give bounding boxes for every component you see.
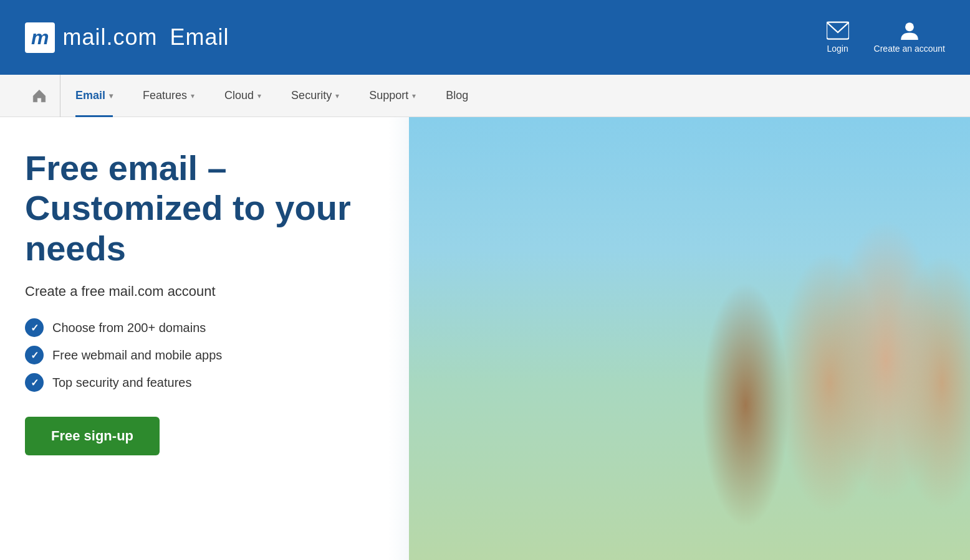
hero-title: Free email –Customized to yourneeds: [25, 148, 430, 268]
svg-point-1: [905, 22, 914, 31]
support-chevron-icon: ▾: [412, 92, 416, 100]
user-icon: [898, 21, 921, 40]
hero-content: Free email –Customized to yourneeds Crea…: [25, 148, 430, 455]
check-icon-2: [25, 346, 44, 364]
nav-item-blog[interactable]: Blog: [431, 75, 483, 117]
envelope-icon: [827, 21, 849, 40]
login-button[interactable]: Login: [827, 21, 849, 54]
nav-item-support[interactable]: Support ▾: [354, 75, 431, 117]
home-icon: [31, 88, 47, 104]
hero-section: Free email –Customized to yourneeds Crea…: [0, 117, 970, 560]
feature-3-text: Top security and features: [52, 376, 191, 390]
email-chevron-icon: ▾: [109, 92, 113, 100]
feature-list: Choose from 200+ domains Free webmail an…: [25, 318, 430, 392]
security-chevron-icon: ▾: [335, 92, 339, 100]
cloud-chevron-icon: ▾: [257, 92, 261, 100]
nav-features-label: Features: [143, 89, 187, 102]
site-header: m mail.com Email Login Create an account: [0, 0, 970, 75]
nav-security-label: Security: [291, 89, 332, 102]
list-item: Choose from 200+ domains: [25, 318, 430, 337]
list-item: Free webmail and mobile apps: [25, 346, 430, 364]
create-account-label: Create an account: [874, 44, 945, 54]
nav-item-email[interactable]: Email ▾: [60, 75, 128, 117]
hero-people-image: [409, 117, 970, 560]
nav-blog-label: Blog: [446, 89, 468, 102]
features-chevron-icon: ▾: [191, 92, 194, 100]
main-nav: Email ▾ Features ▾ Cloud ▾ Security ▾ Su…: [0, 75, 970, 117]
nav-item-cloud[interactable]: Cloud ▾: [209, 75, 276, 117]
logo-icon: m: [25, 22, 55, 53]
create-account-button[interactable]: Create an account: [874, 21, 945, 54]
nav-item-security[interactable]: Security ▾: [276, 75, 354, 117]
nav-item-features[interactable]: Features ▾: [128, 75, 209, 117]
logo-product: Email: [170, 24, 229, 50]
logo-text: mail.com: [62, 24, 157, 50]
list-item: Top security and features: [25, 373, 430, 392]
hero-subtitle: Create a free mail.com account: [25, 283, 430, 300]
check-icon-1: [25, 318, 44, 337]
header-actions: Login Create an account: [827, 21, 945, 54]
nav-email-label: Email: [75, 89, 105, 102]
nav-support-label: Support: [369, 89, 408, 102]
feature-2-text: Free webmail and mobile apps: [52, 348, 222, 363]
nav-cloud-label: Cloud: [224, 89, 254, 102]
hero-image: [409, 117, 970, 560]
nav-home-button[interactable]: [19, 75, 60, 117]
feature-1-text: Choose from 200+ domains: [52, 321, 206, 335]
logo-area[interactable]: m mail.com Email: [25, 22, 229, 53]
free-signup-button[interactable]: Free sign-up: [25, 417, 160, 455]
check-icon-3: [25, 373, 44, 392]
login-label: Login: [827, 44, 848, 54]
